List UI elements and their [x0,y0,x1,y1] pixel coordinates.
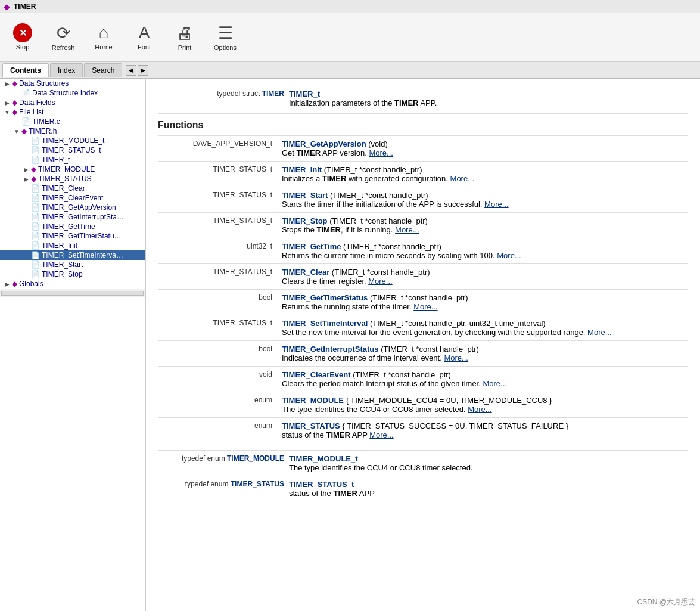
sidebar: ▶ ◆ Data Structures 📄 Data Structure Ind… [0,79,146,611]
scroll-track[interactable] [1,291,144,296]
titlebar: ◆ TIMER [0,0,700,13]
sidebar-item-timer-h[interactable]: ▼ ◆ TIMER.h [0,126,145,136]
func-name-link[interactable]: TIMER_GetInterruptStatus [282,345,379,353]
sidebar-item-file-list[interactable]: ▼ ◆ File List [0,107,145,117]
tab-index[interactable]: Index [50,63,83,77]
sidebar-item-timer-status[interactable]: ▶ ◆ TIMER_STATUS [0,174,145,184]
more-link[interactable]: More... [368,277,392,286]
sidebar-item-timer-stop[interactable]: 📄 TIMER_Stop [0,269,145,279]
doc-icon: 📄 [31,146,40,154]
sidebar-item-timer-settimeinterval[interactable]: 📄 TIMER_SetTimeInterva… [0,250,145,260]
tab-nav-prev[interactable]: ◀ [126,65,136,76]
sidebar-item-timer-getappversion[interactable]: 📄 TIMER_GetAppVersion [0,203,145,212]
refresh-icon: ⟳ [57,23,70,43]
tab-contents[interactable]: Contents [2,63,49,77]
item-label: Data Structures [19,79,69,88]
func-name-link[interactable]: TIMER_GetAppVersion [282,139,366,148]
func-name-link[interactable]: TIMER_GetTimerStatus [282,293,368,302]
more-link[interactable]: More... [450,174,474,183]
item-label: TIMER_STATUS_t [42,146,101,154]
table-row: TIMER_STATUS_t TIMER_Start (TIMER_t *con… [158,187,688,213]
func-name-link[interactable]: TIMER_MODULE [282,396,344,405]
typedef-row-timer-module: typedef enum TIMER_MODULE TIMER_MODULE_t… [158,450,688,476]
sidebar-item-timer-start[interactable]: 📄 TIMER_Start [0,260,145,269]
func-cell: TIMER_GetTimerStatus (TIMER_t *const han… [277,290,688,315]
sidebar-scrollbar[interactable] [0,289,145,297]
func-desc: Indicates the occurrence of time interva… [282,353,468,362]
more-link[interactable]: More... [444,353,468,362]
more-link[interactable]: More... [369,148,393,157]
timer-t-link[interactable]: TIMER_t [289,89,320,98]
typedef-link[interactable]: TIMER_STATUS_t [289,480,354,489]
sidebar-item-timer-c[interactable]: 📄 TIMER.c [0,117,145,126]
more-link[interactable]: More... [395,225,419,234]
tabs-bar: Contents Index Search ◀ ▶ [0,62,700,79]
home-button[interactable]: ⌂ Home [83,15,124,59]
expand-icon: ▼ [2,109,12,116]
func-name-link[interactable]: TIMER_GetTime [282,242,341,251]
func-name-link[interactable]: TIMER_ClearEvent [282,370,351,379]
func-name-link[interactable]: TIMER_STATUS [282,421,340,430]
func-cell: TIMER_Start (TIMER_t *const handle_ptr) … [277,187,688,213]
return-type-cell: DAVE_APP_VERSION_t [158,136,277,162]
typedef-desc: The type identifies the CCU4 or CCU8 tim… [289,463,473,472]
doc-icon: 📄 [31,241,40,250]
doc-icon: 📄 [31,270,40,278]
sidebar-item-data-structures[interactable]: ▶ ◆ Data Structures [0,79,145,88]
more-link[interactable]: More... [468,405,491,414]
item-label: TIMER_Clear [42,184,85,193]
typedef-link[interactable]: TIMER_MODULE_t [289,454,358,463]
more-link[interactable]: More... [369,430,393,439]
stop-button[interactable]: ✕ Stop [2,15,43,59]
table-row: void TIMER_ClearEvent (TIMER_t *const ha… [158,367,688,392]
more-link[interactable]: More... [413,302,437,311]
func-name-link[interactable]: TIMER_Stop [282,216,328,225]
refresh-button[interactable]: ⟳ Refresh [43,15,83,59]
doc-icon: 📄 [31,137,40,145]
tab-nav-next[interactable]: ▶ [138,65,148,76]
main-area: ▶ ◆ Data Structures 📄 Data Structure Ind… [0,79,700,611]
table-row: uint32_t TIMER_GetTime (TIMER_t *const h… [158,238,688,264]
sidebar-item-timer-module-t[interactable]: 📄 TIMER_MODULE_t [0,136,145,145]
func-name-link[interactable]: TIMER_Clear [282,268,329,277]
func-name-link[interactable]: TIMER_Start [282,191,328,200]
more-link[interactable]: More... [587,328,611,337]
expand-icon: ▶ [2,100,12,106]
table-row: TIMER_STATUS_t TIMER_Init (TIMER_t *cons… [158,162,688,187]
sidebar-item-timer-t[interactable]: 📄 TIMER_t [0,155,145,165]
func-name-link[interactable]: TIMER_Init [282,165,322,174]
table-row: DAVE_APP_VERSION_t TIMER_GetAppVersion (… [158,136,688,162]
sidebar-item-data-fields[interactable]: ▶ ◆ Data Fields [0,98,145,107]
func-desc: Initializes a TIMER with generated confi… [282,174,474,183]
options-button[interactable]: ☰ Options [205,15,245,59]
func-cell: TIMER_GetTime (TIMER_t *const handle_ptr… [277,238,688,264]
func-name-link[interactable]: TIMER_SetTimeInterval [282,319,368,328]
diamond-icon: ◆ [12,79,17,88]
print-icon: 🖨 [176,23,193,43]
tab-search[interactable]: Search [84,63,122,77]
sidebar-item-timer-gettimersta[interactable]: 📄 TIMER_GetTimerStatu… [0,231,145,241]
sidebar-item-timer-clear[interactable]: 📄 TIMER_Clear [0,184,145,193]
sidebar-item-timer-status-t[interactable]: 📄 TIMER_STATUS_t [0,145,145,155]
more-link[interactable]: More... [484,200,508,209]
func-cell: TIMER_GetInterruptStatus (TIMER_t *const… [277,341,688,367]
doc-icon: 📄 [31,184,40,193]
sidebar-item-timer-init[interactable]: 📄 TIMER_Init [0,241,145,250]
sidebar-item-timer-gettime[interactable]: 📄 TIMER_GetTime [0,222,145,231]
font-button[interactable]: A Font [124,15,164,59]
sidebar-item-timer-clearevent[interactable]: 📄 TIMER_ClearEvent [0,193,145,203]
sidebar-item-globals[interactable]: ▶ ◆ Globals [0,279,145,289]
sidebar-item-timer-getinterruptsta[interactable]: 📄 TIMER_GetInterruptSta… [0,212,145,222]
func-params: (TIMER_t *const handle_ptr) [343,242,441,251]
more-link[interactable]: More... [497,251,521,260]
sidebar-item-data-structure-index[interactable]: 📄 Data Structure Index [0,88,145,98]
func-desc: Returns the current time in micro second… [282,251,521,260]
doc-icon: 📄 [31,213,40,221]
sidebar-item-timer-module[interactable]: ▶ ◆ TIMER_MODULE [0,165,145,174]
more-link[interactable]: More... [483,379,506,388]
print-button[interactable]: 🖨 Print [164,15,205,59]
return-type-cell: TIMER_STATUS_t [158,315,277,341]
item-label: TIMER_ClearEvent [42,194,103,202]
item-label: TIMER_Stop [42,270,83,278]
return-type-cell: enum [158,418,277,443]
